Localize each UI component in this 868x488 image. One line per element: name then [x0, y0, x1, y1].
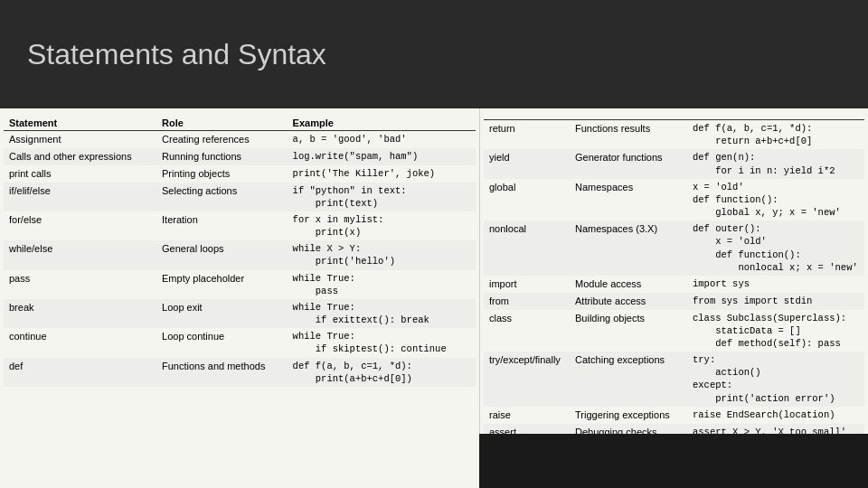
statement-cell: yield — [484, 149, 570, 178]
example-cell: from sys import stdin — [687, 293, 864, 310]
table-row: AssignmentCreating referencesa, b = 'goo… — [4, 131, 476, 148]
header: Statements and Syntax — [0, 0, 868, 108]
statement-cell: from — [484, 293, 570, 310]
statement-cell: pass — [4, 270, 156, 299]
example-cell: class Subclass(Superclass): staticData =… — [687, 310, 864, 352]
statement-cell: assert — [484, 424, 570, 434]
table-row: continueLoop continuewhile True: if skip… — [4, 328, 476, 357]
table-row: yieldGenerator functionsdef gen(n): for … — [484, 149, 864, 178]
left-panel: Statement Role Example AssignmentCreatin… — [0, 108, 479, 488]
col-role: Role — [156, 116, 288, 131]
statement-cell: for/else — [4, 211, 156, 240]
page-title: Statements and Syntax — [27, 38, 326, 71]
bottom-dark — [479, 434, 868, 488]
example-cell: raise EndSearch(location) — [687, 407, 864, 424]
example-cell: for x in mylist: print(x) — [288, 211, 476, 240]
example-cell: log.write("spam, ham") — [288, 148, 476, 165]
role-cell: Building objects — [570, 310, 687, 352]
table-row: print callsPrinting objectsprint('The Ki… — [4, 165, 476, 183]
statement-cell: nonlocal — [484, 221, 570, 276]
role-cell: Catching exceptions — [570, 352, 687, 407]
example-cell: def f(a, b, c=1, *d): return a+b+c+d[0] — [687, 120, 864, 150]
table-row: returnFunctions resultsdef f(a, b, c=1, … — [484, 120, 864, 150]
statement-cell: class — [484, 310, 570, 352]
role-cell: Namespaces — [570, 179, 687, 221]
role-cell: Module access — [570, 276, 687, 293]
example-cell: while True: pass — [288, 270, 476, 299]
role-cell: General loops — [156, 240, 288, 269]
table-row: nonlocalNamespaces (3.X)def outer(): x =… — [484, 221, 864, 276]
table-row: if/elif/elseSelecting actionsif "python"… — [4, 183, 476, 211]
right-panel: returnFunctions resultsdef f(a, b, c=1, … — [479, 108, 868, 434]
table-row: globalNamespacesx = 'old' def function()… — [484, 179, 864, 221]
statement-cell: return — [484, 120, 570, 150]
example-cell: while True: if skiptest(): continue — [288, 328, 476, 357]
table-row: breakLoop exitwhile True: if exittext():… — [4, 299, 476, 328]
role-cell: Namespaces (3.X) — [570, 221, 687, 276]
table-row: classBuilding objectsclass Subclass(Supe… — [484, 310, 864, 352]
example-cell: print('The Killer', joke) — [288, 165, 476, 183]
example-cell: while X > Y: print('hello') — [288, 240, 476, 269]
example-cell: while True: if exittext(): break — [288, 299, 476, 328]
statement-cell: try/except/finally — [484, 352, 570, 407]
role-cell: Printing objects — [156, 165, 288, 183]
example-cell: def outer(): x = 'old' def function(): n… — [687, 221, 864, 276]
table-row: Calls and other expressionsRunning funct… — [4, 148, 476, 165]
left-table: Statement Role Example AssignmentCreatin… — [4, 116, 476, 387]
example-cell: assert X > Y, 'X too small' — [687, 424, 864, 434]
statement-cell: Assignment — [4, 131, 156, 148]
role-cell: Debugging checks — [570, 424, 687, 434]
example-cell: try: action() except: print('action erro… — [687, 352, 864, 407]
statement-cell: if/elif/else — [4, 183, 156, 211]
table-row: passEmpty placeholderwhile True: pass — [4, 270, 476, 299]
example-cell: x = 'old' def function(): global x, y; x… — [687, 179, 864, 221]
statement-cell: continue — [4, 328, 156, 357]
right-table: returnFunctions resultsdef f(a, b, c=1, … — [484, 116, 864, 434]
role-cell: Loop exit — [156, 299, 288, 328]
statement-cell: global — [484, 179, 570, 221]
role-cell: Attribute access — [570, 293, 687, 310]
col-statement: Statement — [4, 116, 156, 131]
statement-cell: while/else — [4, 240, 156, 269]
col-example: Example — [288, 116, 476, 131]
role-cell: Creating references — [156, 131, 288, 148]
statement-cell: break — [4, 299, 156, 328]
role-cell: Triggering exceptions — [570, 407, 687, 424]
example-cell: import sys — [687, 276, 864, 293]
statement-cell: import — [484, 276, 570, 293]
statement-cell: def — [4, 358, 156, 387]
table-row: raiseTriggering exceptionsraise EndSearc… — [484, 407, 864, 424]
statement-cell: raise — [484, 407, 570, 424]
role-cell: Selecting actions — [156, 183, 288, 211]
example-cell: a, b = 'good', 'bad' — [288, 131, 476, 148]
role-cell: Generator functions — [570, 149, 687, 178]
table-row: while/elseGeneral loopswhile X > Y: prin… — [4, 240, 476, 269]
table-row: for/elseIterationfor x in mylist: print(… — [4, 211, 476, 240]
table-row: assertDebugging checksassert X > Y, 'X t… — [484, 424, 864, 434]
example-cell: def f(a, b, c=1, *d): print(a+b+c+d[0]) — [288, 358, 476, 387]
role-cell: Functions and methods — [156, 358, 288, 387]
table-row: fromAttribute accessfrom sys import stdi… — [484, 293, 864, 310]
role-cell: Functions results — [570, 120, 687, 150]
table-row: importModule accessimport sys — [484, 276, 864, 293]
statement-cell: Calls and other expressions — [4, 148, 156, 165]
table-row: try/except/finallyCatching exceptionstry… — [484, 352, 864, 407]
statement-cell: print calls — [4, 165, 156, 183]
role-cell: Empty placeholder — [156, 270, 288, 299]
role-cell: Iteration — [156, 211, 288, 240]
table-row: defFunctions and methodsdef f(a, b, c=1,… — [4, 358, 476, 387]
example-cell: if "python" in text: print(text) — [288, 183, 476, 211]
role-cell: Loop continue — [156, 328, 288, 357]
main-content: Statement Role Example AssignmentCreatin… — [0, 108, 868, 488]
role-cell: Running functions — [156, 148, 288, 165]
example-cell: def gen(n): for i in n: yield i*2 — [687, 149, 864, 178]
